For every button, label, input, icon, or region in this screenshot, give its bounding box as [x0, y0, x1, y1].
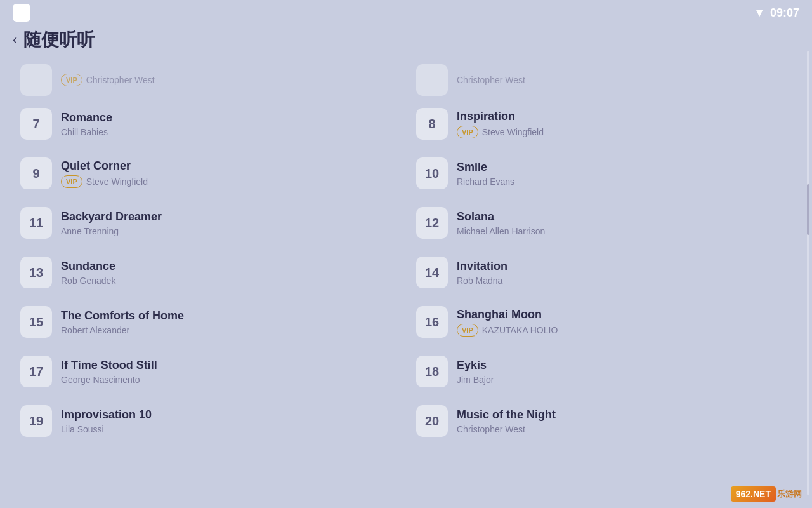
track-number-box-9: 9	[20, 157, 52, 189]
track-artist-9: Steve Wingfield	[86, 177, 148, 187]
vip-badge-partial-left: VIP	[61, 74, 82, 86]
track-artist-16: KAZUTAKA HOLIO	[482, 325, 558, 335]
track-artist-18: Jim Bajor	[457, 375, 494, 385]
track-grid: 7RomanceChill Babies8InspirationVIPSteve…	[10, 99, 802, 446]
track-item-12[interactable]: 12SolanaMichael Allen Harrison	[406, 198, 802, 248]
track-number-box-16: 16	[416, 306, 448, 338]
watermark-main: 962.NET	[736, 489, 771, 499]
track-item-11[interactable]: 11Backyard DreamerAnne Trenning	[10, 198, 406, 248]
track-info-13: SundanceRob Genadek	[61, 260, 115, 286]
track-artist-10: Richard Evans	[457, 177, 514, 187]
wifi-icon: ▼	[754, 6, 765, 20]
track-item-7[interactable]: 7RomanceChill Babies	[10, 99, 406, 149]
track-number-box-19: 19	[20, 405, 52, 437]
track-number-box-14: 14	[416, 257, 448, 288]
partial-track-info-right: Christopher West	[457, 75, 525, 85]
track-number-9: 9	[32, 166, 39, 181]
track-info-8: InspirationVIPSteve Wingfield	[457, 110, 544, 138]
partial-artist-right: Christopher West	[457, 75, 525, 85]
track-number-13: 13	[29, 265, 43, 280]
track-title-9: Quiet Corner	[61, 159, 148, 173]
track-title-12: Solana	[457, 210, 545, 224]
track-number-box-10: 10	[416, 157, 448, 189]
track-number-8: 8	[428, 117, 435, 131]
back-button[interactable]: ‹	[13, 32, 17, 48]
track-title-7: Romance	[61, 111, 112, 124]
partial-number-box-right	[416, 64, 448, 96]
track-info-18: EykisJim Bajor	[457, 359, 494, 385]
track-artist-20: Christopher West	[457, 424, 525, 434]
track-artist-15: Robert Alexander	[61, 325, 129, 335]
scrollbar-thumb	[807, 184, 809, 235]
track-number-box-7: 7	[20, 108, 52, 140]
track-item-13[interactable]: 13SundanceRob Genadek	[10, 248, 406, 297]
track-artist-11: Anne Trenning	[61, 226, 119, 236]
scrollbar[interactable]	[807, 51, 809, 495]
track-title-16: Shanghai Moon	[457, 308, 558, 321]
track-info-15: The Comforts of HomeRobert Alexander	[61, 309, 184, 335]
track-item-15[interactable]: 15The Comforts of HomeRobert Alexander	[10, 297, 406, 347]
track-number-7: 7	[32, 117, 39, 131]
track-item-19[interactable]: 19Improvisation 10Lila Soussi	[10, 396, 406, 446]
track-artist-19: Lila Soussi	[61, 424, 104, 434]
content-area: VIP Christopher West Christopher West 7R…	[0, 61, 812, 446]
header: ‹ 随便听听	[0, 25, 812, 61]
track-artist-row-12: Michael Allen Harrison	[457, 226, 545, 236]
track-item-16[interactable]: 16Shanghai MoonVIPKAZUTAKA HOLIO	[406, 297, 802, 347]
track-item-14[interactable]: 14InvitationRob Madna	[406, 248, 802, 297]
track-artist-row-19: Lila Soussi	[61, 424, 152, 434]
track-number-16: 16	[425, 315, 439, 330]
partial-track-info-left: VIP Christopher West	[61, 74, 155, 86]
track-title-19: Improvisation 10	[61, 408, 152, 422]
track-info-10: SmileRichard Evans	[457, 161, 514, 187]
track-number-box-12: 12	[416, 207, 448, 239]
track-artist-row-8: VIPSteve Wingfield	[457, 126, 544, 138]
partial-top-grid: VIP Christopher West Christopher West	[10, 61, 802, 99]
watermark-sub: 乐游网	[777, 488, 802, 500]
track-number-17: 17	[29, 364, 43, 379]
status-bar-left	[13, 4, 30, 22]
track-item-18[interactable]: 18EykisJim Bajor	[406, 347, 802, 396]
partial-right-item[interactable]: Christopher West	[406, 61, 802, 99]
track-title-18: Eykis	[457, 359, 494, 372]
app-icon	[13, 4, 30, 22]
track-artist-12: Michael Allen Harrison	[457, 226, 545, 236]
track-number-20: 20	[425, 414, 439, 429]
track-number-18: 18	[425, 364, 439, 379]
page-title: 随便听听	[23, 28, 95, 52]
track-artist-row-14: Rob Madna	[457, 276, 508, 286]
track-item-20[interactable]: 20Music of the NightChristopher West	[406, 396, 802, 446]
track-artist-row-11: Anne Trenning	[61, 226, 162, 236]
watermark-box: 962.NET	[731, 486, 776, 502]
track-info-7: RomanceChill Babies	[61, 111, 112, 137]
track-info-17: If Time Stood StillGeorge Nascimento	[61, 359, 157, 385]
track-item-8[interactable]: 8InspirationVIPSteve Wingfield	[406, 99, 802, 149]
track-title-15: The Comforts of Home	[61, 309, 184, 323]
track-number-box-8: 8	[416, 108, 448, 140]
track-title-17: If Time Stood Still	[61, 359, 157, 372]
vip-badge-9: VIP	[61, 175, 82, 188]
scrollbar-track	[807, 51, 809, 495]
partial-left-item[interactable]: VIP Christopher West	[10, 61, 406, 99]
track-info-20: Music of the NightChristopher West	[457, 408, 556, 434]
track-artist-row-15: Robert Alexander	[61, 325, 184, 335]
track-artist-row-9: VIPSteve Wingfield	[61, 175, 148, 188]
track-artist-14: Rob Madna	[457, 276, 502, 286]
track-artist-8: Steve Wingfield	[482, 127, 544, 137]
watermark: 962.NET 乐游网	[731, 486, 802, 502]
track-title-10: Smile	[457, 161, 514, 174]
track-title-11: Backyard Dreamer	[61, 210, 162, 224]
vip-badge-8: VIP	[457, 126, 478, 138]
track-number-box-13: 13	[20, 257, 52, 288]
track-number-11: 11	[29, 216, 43, 231]
track-item-10[interactable]: 10SmileRichard Evans	[406, 149, 802, 198]
status-bar-right: ▼ 09:07	[754, 6, 799, 20]
track-item-9[interactable]: 9Quiet CornerVIPSteve Wingfield	[10, 149, 406, 198]
vip-badge-16: VIP	[457, 324, 478, 337]
track-artist-7: Chill Babies	[61, 127, 108, 137]
track-info-14: InvitationRob Madna	[457, 260, 508, 286]
track-artist-row-17: George Nascimento	[61, 375, 157, 385]
track-title-20: Music of the Night	[457, 408, 556, 422]
track-number-19: 19	[29, 414, 43, 429]
track-item-17[interactable]: 17If Time Stood StillGeorge Nascimento	[10, 347, 406, 396]
